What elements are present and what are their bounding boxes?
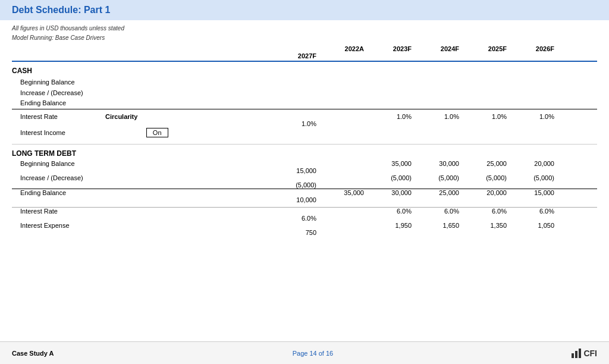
cfi-logo: CFI	[572, 349, 597, 358]
ltd-id-2025f: (5,000)	[464, 174, 511, 181]
cash-interest-rate-label-cell: Interest Rate Circularity	[12, 113, 321, 120]
page: Debt Schedule: Part 1 All figures in USD…	[0, 0, 609, 364]
ltd-section-label: LONG TERM DEBT	[12, 149, 597, 158]
col-2023f: 2023F	[369, 45, 416, 52]
circularity-label: Circularity	[105, 113, 137, 120]
cash-beginning-balance-row: Beginning Balance	[12, 77, 597, 88]
meta-line2: Model Running: Base Case Drivers	[12, 33, 597, 43]
cash-ir-2023f: 1.0%	[369, 113, 416, 120]
page-title: Debt Schedule: Part 1	[12, 5, 110, 15]
col-2027f: 2027F	[12, 52, 321, 59]
cash-ir-2025f: 1.0%	[464, 113, 511, 120]
ltd-interest-rate-row: Interest Rate 6.0% 6.0% 6.0% 6.0% 6.0%	[12, 207, 597, 222]
ltd-beginning-balance-row: Beginning Balance 35,000 30,000 25,000 2…	[12, 160, 597, 174]
ltd-eb-2022a: 35,000	[321, 189, 369, 196]
ltd-bb-2026f: 20,000	[511, 160, 559, 167]
ltd-eb-2027f: 10,000	[12, 196, 321, 203]
ltd-id-2024f: (5,000)	[416, 174, 464, 181]
ltd-bb-2023f: 35,000	[369, 160, 416, 167]
ltd-increase-decrease-row: Increase / (Decrease) (5,000) (5,000) (5…	[12, 174, 597, 189]
ltd-ir-2025f: 6.0%	[464, 208, 511, 215]
ltd-ir-2027f: 6.0%	[12, 215, 321, 222]
ltd-ie-2026f: 1,050	[511, 222, 559, 229]
ltd-bb-2027f: 15,000	[12, 167, 321, 174]
cash-interest-income-row: Interest Income On	[12, 127, 597, 138]
ltd-bb-2024f: 30,000	[416, 160, 464, 167]
header: Debt Schedule: Part 1	[0, 0, 609, 20]
meta-line1: All figures in USD thousands unless stat…	[12, 24, 597, 33]
ltd-ie-2027f: 750	[12, 229, 321, 236]
ltd-eb-2025f: 20,000	[464, 189, 511, 196]
cash-beginning-balance-label: Beginning Balance	[12, 79, 321, 86]
cash-interest-rate-row: Interest Rate Circularity 1.0% 1.0% 1.0%…	[12, 113, 597, 127]
cash-section-label: CASH	[12, 67, 597, 75]
ltd-ie-2025f: 1,350	[464, 222, 511, 229]
cash-ending-balance-row: Ending Balance	[12, 99, 597, 109]
cash-ending-balance-label: Ending Balance	[12, 99, 321, 106]
ltd-interest-expense-label: Interest Expense	[12, 222, 321, 229]
ltd-id-2027f: (5,000)	[12, 181, 321, 189]
col-2026f: 2026F	[511, 45, 559, 52]
ltd-beginning-balance-label: Beginning Balance	[12, 160, 321, 167]
ltd-ie-2023f: 1,950	[369, 222, 416, 229]
ltd-ir-2023f: 6.0%	[369, 208, 416, 215]
ltd-ir-2024f: 6.0%	[416, 208, 464, 215]
ltd-interest-rate-label: Interest Rate	[12, 208, 321, 215]
cash-interest-rate-label: Interest Rate	[20, 113, 58, 120]
cash-interest-income-label-cell: Interest Income On	[12, 128, 321, 137]
ltd-ie-2024f: 1,650	[416, 222, 464, 229]
ltd-interest-expense-row: Interest Expense 1,950 1,650 1,350 1,050…	[12, 222, 597, 236]
cash-ir-2026f: 1.0%	[511, 113, 559, 120]
ltd-ending-balance-row: Ending Balance 35,000 30,000 25,000 20,0…	[12, 189, 597, 203]
circularity-on-button[interactable]: On	[146, 128, 168, 137]
cash-ir-2027f: 1.0%	[12, 120, 321, 127]
section-divider	[12, 144, 597, 145]
cash-interest-income-label: Interest Income	[20, 129, 65, 136]
footer-left: Case Study A	[12, 350, 54, 357]
col-2022a: 2022A	[321, 45, 369, 52]
ltd-id-2023f: (5,000)	[369, 174, 416, 181]
ltd-bb-2025f: 25,000	[464, 160, 511, 167]
footer-right: CFI	[583, 349, 597, 358]
footer-center: Page 14 of 16	[293, 350, 334, 357]
ltd-eb-2023f: 30,000	[369, 189, 416, 196]
ltd-increase-decrease-label: Increase / (Decrease)	[12, 174, 321, 181]
cash-ir-2024f: 1.0%	[416, 113, 464, 120]
ltd-id-2026f: (5,000)	[511, 174, 559, 181]
ltd-eb-2024f: 25,000	[416, 189, 464, 196]
content: All figures in USD thousands unless stat…	[0, 20, 609, 236]
ltd-ir-2026f: 6.0%	[511, 208, 559, 215]
ltd-ending-balance-label: Ending Balance	[12, 189, 321, 196]
meta-info: All figures in USD thousands unless stat…	[12, 24, 597, 43]
cash-increase-decrease-label: Increase / (Decrease)	[12, 89, 321, 96]
col-2025f: 2025F	[464, 45, 511, 52]
col-2024f: 2024F	[416, 45, 464, 52]
ltd-eb-2026f: 15,000	[511, 189, 559, 196]
footer: Case Study A Page 14 of 16 CFI	[0, 341, 609, 364]
cfi-bars-icon	[572, 349, 581, 358]
cash-increase-decrease-row: Increase / (Decrease)	[12, 88, 597, 99]
column-headers: 2022A 2023F 2024F 2025F 2026F 2027F	[12, 45, 597, 62]
